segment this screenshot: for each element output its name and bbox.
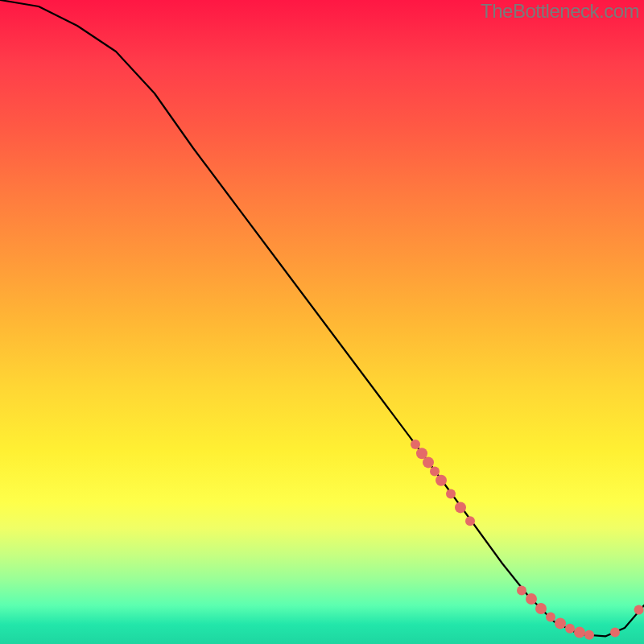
bottleneck-chart: TheBottleneck.com bbox=[0, 0, 644, 644]
data-point bbox=[565, 624, 575, 634]
data-point bbox=[574, 627, 585, 638]
data-point bbox=[436, 475, 447, 486]
data-point bbox=[634, 605, 644, 615]
data-point bbox=[416, 448, 427, 459]
bottleneck-curve-path bbox=[0, 0, 644, 636]
data-point bbox=[446, 489, 456, 499]
data-point bbox=[517, 586, 526, 596]
plot-svg bbox=[0, 0, 644, 644]
data-point bbox=[526, 593, 537, 605]
data-point bbox=[423, 456, 434, 468]
data-point bbox=[465, 516, 475, 526]
data-point bbox=[455, 502, 466, 513]
data-point bbox=[546, 612, 555, 621]
data-point bbox=[610, 628, 620, 638]
data-point bbox=[411, 440, 420, 449]
data-point bbox=[430, 467, 440, 477]
data-point bbox=[555, 617, 566, 629]
data-point bbox=[584, 630, 594, 640]
data-point bbox=[535, 603, 547, 614]
data-markers bbox=[411, 440, 644, 640]
